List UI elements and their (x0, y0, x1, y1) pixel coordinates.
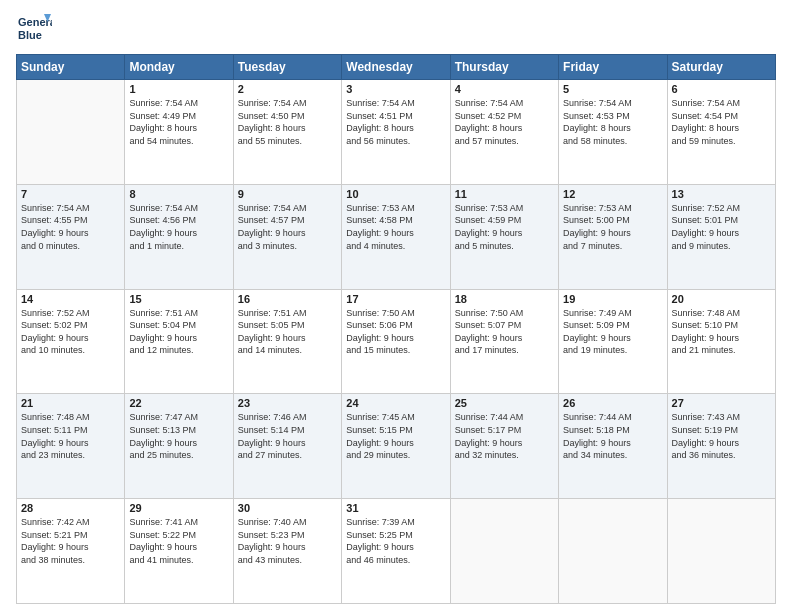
day-number: 21 (21, 397, 120, 409)
day-cell: 18Sunrise: 7:50 AM Sunset: 5:07 PM Dayli… (450, 289, 558, 394)
logo: General Blue (16, 12, 52, 48)
day-info: Sunrise: 7:45 AM Sunset: 5:15 PM Dayligh… (346, 411, 445, 461)
day-cell: 5Sunrise: 7:54 AM Sunset: 4:53 PM Daylig… (559, 80, 667, 185)
day-info: Sunrise: 7:54 AM Sunset: 4:54 PM Dayligh… (672, 97, 771, 147)
day-cell (667, 499, 775, 604)
day-number: 7 (21, 188, 120, 200)
col-header-monday: Monday (125, 55, 233, 80)
day-info: Sunrise: 7:43 AM Sunset: 5:19 PM Dayligh… (672, 411, 771, 461)
day-number: 4 (455, 83, 554, 95)
day-number: 27 (672, 397, 771, 409)
day-number: 8 (129, 188, 228, 200)
day-number: 31 (346, 502, 445, 514)
svg-text:Blue: Blue (18, 29, 42, 41)
day-cell: 14Sunrise: 7:52 AM Sunset: 5:02 PM Dayli… (17, 289, 125, 394)
day-info: Sunrise: 7:44 AM Sunset: 5:17 PM Dayligh… (455, 411, 554, 461)
week-row-3: 14Sunrise: 7:52 AM Sunset: 5:02 PM Dayli… (17, 289, 776, 394)
day-cell: 19Sunrise: 7:49 AM Sunset: 5:09 PM Dayli… (559, 289, 667, 394)
day-info: Sunrise: 7:54 AM Sunset: 4:55 PM Dayligh… (21, 202, 120, 252)
day-info: Sunrise: 7:44 AM Sunset: 5:18 PM Dayligh… (563, 411, 662, 461)
day-info: Sunrise: 7:54 AM Sunset: 4:57 PM Dayligh… (238, 202, 337, 252)
day-info: Sunrise: 7:54 AM Sunset: 4:51 PM Dayligh… (346, 97, 445, 147)
day-info: Sunrise: 7:48 AM Sunset: 5:10 PM Dayligh… (672, 307, 771, 357)
col-header-wednesday: Wednesday (342, 55, 450, 80)
logo-icon: General Blue (16, 12, 52, 48)
day-info: Sunrise: 7:52 AM Sunset: 5:01 PM Dayligh… (672, 202, 771, 252)
day-info: Sunrise: 7:54 AM Sunset: 4:49 PM Dayligh… (129, 97, 228, 147)
header: General Blue (16, 12, 776, 48)
day-info: Sunrise: 7:41 AM Sunset: 5:22 PM Dayligh… (129, 516, 228, 566)
day-cell: 15Sunrise: 7:51 AM Sunset: 5:04 PM Dayli… (125, 289, 233, 394)
week-row-5: 28Sunrise: 7:42 AM Sunset: 5:21 PM Dayli… (17, 499, 776, 604)
day-number: 13 (672, 188, 771, 200)
day-cell: 2Sunrise: 7:54 AM Sunset: 4:50 PM Daylig… (233, 80, 341, 185)
day-info: Sunrise: 7:51 AM Sunset: 5:04 PM Dayligh… (129, 307, 228, 357)
week-row-1: 1Sunrise: 7:54 AM Sunset: 4:49 PM Daylig… (17, 80, 776, 185)
day-number: 25 (455, 397, 554, 409)
day-cell: 28Sunrise: 7:42 AM Sunset: 5:21 PM Dayli… (17, 499, 125, 604)
day-cell: 12Sunrise: 7:53 AM Sunset: 5:00 PM Dayli… (559, 184, 667, 289)
day-number: 28 (21, 502, 120, 514)
day-info: Sunrise: 7:53 AM Sunset: 5:00 PM Dayligh… (563, 202, 662, 252)
day-number: 17 (346, 293, 445, 305)
day-number: 20 (672, 293, 771, 305)
day-cell: 22Sunrise: 7:47 AM Sunset: 5:13 PM Dayli… (125, 394, 233, 499)
day-cell: 27Sunrise: 7:43 AM Sunset: 5:19 PM Dayli… (667, 394, 775, 499)
day-info: Sunrise: 7:54 AM Sunset: 4:52 PM Dayligh… (455, 97, 554, 147)
day-number: 6 (672, 83, 771, 95)
day-info: Sunrise: 7:54 AM Sunset: 4:56 PM Dayligh… (129, 202, 228, 252)
day-info: Sunrise: 7:51 AM Sunset: 5:05 PM Dayligh… (238, 307, 337, 357)
day-number: 18 (455, 293, 554, 305)
col-header-thursday: Thursday (450, 55, 558, 80)
day-number: 30 (238, 502, 337, 514)
day-info: Sunrise: 7:53 AM Sunset: 4:59 PM Dayligh… (455, 202, 554, 252)
day-cell: 7Sunrise: 7:54 AM Sunset: 4:55 PM Daylig… (17, 184, 125, 289)
calendar-table: SundayMondayTuesdayWednesdayThursdayFrid… (16, 54, 776, 604)
day-cell: 25Sunrise: 7:44 AM Sunset: 5:17 PM Dayli… (450, 394, 558, 499)
day-info: Sunrise: 7:40 AM Sunset: 5:23 PM Dayligh… (238, 516, 337, 566)
day-number: 10 (346, 188, 445, 200)
day-cell (17, 80, 125, 185)
day-number: 24 (346, 397, 445, 409)
col-header-sunday: Sunday (17, 55, 125, 80)
day-info: Sunrise: 7:52 AM Sunset: 5:02 PM Dayligh… (21, 307, 120, 357)
day-number: 22 (129, 397, 228, 409)
day-cell: 21Sunrise: 7:48 AM Sunset: 5:11 PM Dayli… (17, 394, 125, 499)
day-number: 19 (563, 293, 662, 305)
day-cell: 24Sunrise: 7:45 AM Sunset: 5:15 PM Dayli… (342, 394, 450, 499)
day-info: Sunrise: 7:42 AM Sunset: 5:21 PM Dayligh… (21, 516, 120, 566)
day-info: Sunrise: 7:49 AM Sunset: 5:09 PM Dayligh… (563, 307, 662, 357)
day-info: Sunrise: 7:50 AM Sunset: 5:07 PM Dayligh… (455, 307, 554, 357)
day-number: 29 (129, 502, 228, 514)
day-number: 16 (238, 293, 337, 305)
day-cell: 11Sunrise: 7:53 AM Sunset: 4:59 PM Dayli… (450, 184, 558, 289)
week-row-4: 21Sunrise: 7:48 AM Sunset: 5:11 PM Dayli… (17, 394, 776, 499)
day-cell: 31Sunrise: 7:39 AM Sunset: 5:25 PM Dayli… (342, 499, 450, 604)
day-info: Sunrise: 7:46 AM Sunset: 5:14 PM Dayligh… (238, 411, 337, 461)
day-cell: 16Sunrise: 7:51 AM Sunset: 5:05 PM Dayli… (233, 289, 341, 394)
day-cell: 23Sunrise: 7:46 AM Sunset: 5:14 PM Dayli… (233, 394, 341, 499)
day-number: 14 (21, 293, 120, 305)
day-info: Sunrise: 7:53 AM Sunset: 4:58 PM Dayligh… (346, 202, 445, 252)
day-info: Sunrise: 7:54 AM Sunset: 4:50 PM Dayligh… (238, 97, 337, 147)
day-info: Sunrise: 7:54 AM Sunset: 4:53 PM Dayligh… (563, 97, 662, 147)
day-info: Sunrise: 7:39 AM Sunset: 5:25 PM Dayligh… (346, 516, 445, 566)
day-cell: 29Sunrise: 7:41 AM Sunset: 5:22 PM Dayli… (125, 499, 233, 604)
day-info: Sunrise: 7:50 AM Sunset: 5:06 PM Dayligh… (346, 307, 445, 357)
week-row-2: 7Sunrise: 7:54 AM Sunset: 4:55 PM Daylig… (17, 184, 776, 289)
day-number: 23 (238, 397, 337, 409)
col-header-friday: Friday (559, 55, 667, 80)
day-cell: 4Sunrise: 7:54 AM Sunset: 4:52 PM Daylig… (450, 80, 558, 185)
day-cell: 6Sunrise: 7:54 AM Sunset: 4:54 PM Daylig… (667, 80, 775, 185)
day-cell: 3Sunrise: 7:54 AM Sunset: 4:51 PM Daylig… (342, 80, 450, 185)
day-cell (559, 499, 667, 604)
day-info: Sunrise: 7:48 AM Sunset: 5:11 PM Dayligh… (21, 411, 120, 461)
page: General Blue SundayMondayTuesdayWednesda… (0, 0, 792, 612)
day-number: 26 (563, 397, 662, 409)
day-number: 15 (129, 293, 228, 305)
col-header-saturday: Saturday (667, 55, 775, 80)
day-cell: 20Sunrise: 7:48 AM Sunset: 5:10 PM Dayli… (667, 289, 775, 394)
day-number: 5 (563, 83, 662, 95)
day-number: 3 (346, 83, 445, 95)
calendar-header-row: SundayMondayTuesdayWednesdayThursdayFrid… (17, 55, 776, 80)
